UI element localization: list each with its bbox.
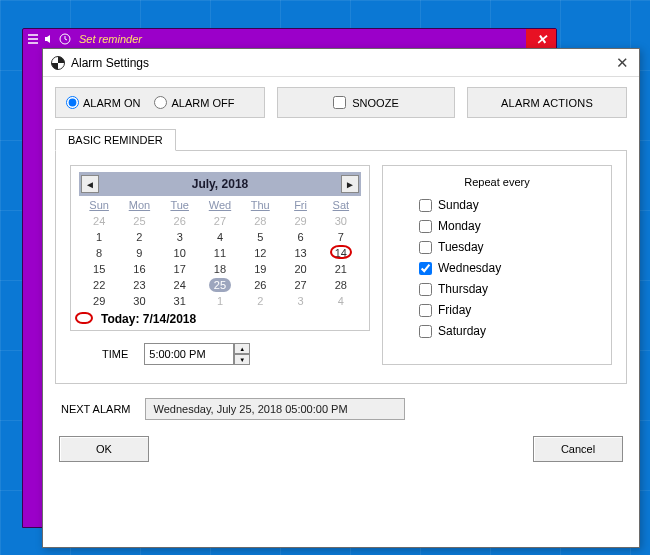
tab-panel: ◄ July, 2018 ► SunMonTueWedThuFriSat 242… — [55, 150, 627, 384]
calendar-day[interactable]: 11 — [200, 245, 240, 261]
calendar-day[interactable]: 24 — [160, 277, 200, 293]
repeat-day-monday[interactable]: Monday — [419, 219, 595, 233]
calendar-today-row[interactable]: Today: 7/14/2018 — [79, 309, 361, 326]
close-button[interactable]: ✕ — [526, 29, 556, 49]
calendar-day[interactable]: 30 — [321, 213, 361, 229]
calendar-dow: Tue — [160, 196, 200, 213]
ok-button[interactable]: OK — [59, 436, 149, 462]
calendar-day[interactable]: 14 — [321, 245, 361, 261]
calendar-day[interactable]: 3 — [160, 229, 200, 245]
titlebar-icons — [23, 33, 75, 45]
set-reminder-titlebar: Set reminder ✕ — [23, 29, 556, 49]
set-reminder-title: Set reminder — [75, 33, 526, 45]
calendar-day[interactable]: 27 — [200, 213, 240, 229]
clock-icon — [59, 33, 71, 45]
repeat-group: Repeat every SundayMondayTuesdayWednesda… — [382, 165, 612, 365]
calendar-day[interactable]: 25 — [119, 213, 159, 229]
alarm-actions-button[interactable]: ALARM ACTIONS — [467, 87, 627, 118]
calendar-day[interactable]: 25 — [200, 277, 240, 293]
calendar-day[interactable]: 26 — [160, 213, 200, 229]
calendar: ◄ July, 2018 ► SunMonTueWedThuFriSat 242… — [70, 165, 370, 331]
time-spin-down[interactable]: ▼ — [234, 354, 250, 365]
alarm-off-radio[interactable]: ALARM OFF — [154, 96, 234, 109]
calendar-day[interactable]: 1 — [200, 293, 240, 309]
calendar-day[interactable]: 12 — [240, 245, 280, 261]
cancel-button[interactable]: Cancel — [533, 436, 623, 462]
calendar-day[interactable]: 23 — [119, 277, 159, 293]
calendar-day[interactable]: 10 — [160, 245, 200, 261]
calendar-day[interactable]: 16 — [119, 261, 159, 277]
calendar-dow: Sat — [321, 196, 361, 213]
calendar-day[interactable]: 29 — [79, 293, 119, 309]
repeat-day-friday[interactable]: Friday — [419, 303, 595, 317]
calendar-day[interactable]: 8 — [79, 245, 119, 261]
calendar-dow: Fri — [280, 196, 320, 213]
calendar-day[interactable]: 18 — [200, 261, 240, 277]
calendar-dow: Mon — [119, 196, 159, 213]
time-spin-up[interactable]: ▲ — [234, 343, 250, 354]
calendar-day[interactable]: 27 — [280, 277, 320, 293]
app-icon — [51, 56, 65, 70]
calendar-month-label: July, 2018 — [99, 177, 341, 191]
repeat-day-wednesday[interactable]: Wednesday — [419, 261, 595, 275]
repeat-title: Repeat every — [399, 176, 595, 188]
calendar-next-button[interactable]: ► — [341, 175, 359, 193]
alarm-settings-dialog: Alarm Settings ✕ ALARM ON ALARM OFF SNOO… — [42, 48, 640, 548]
today-circle-icon — [75, 312, 93, 324]
calendar-day[interactable]: 13 — [280, 245, 320, 261]
snooze-group: SNOOZE — [277, 87, 455, 118]
calendar-day[interactable]: 15 — [79, 261, 119, 277]
calendar-dow: Thu — [240, 196, 280, 213]
calendar-day[interactable]: 2 — [119, 229, 159, 245]
calendar-day[interactable]: 20 — [280, 261, 320, 277]
today-marker-icon — [330, 245, 352, 259]
calendar-day[interactable]: 1 — [79, 229, 119, 245]
calendar-day[interactable]: 5 — [240, 229, 280, 245]
calendar-day[interactable]: 4 — [321, 293, 361, 309]
calendar-day[interactable]: 28 — [321, 277, 361, 293]
calendar-day[interactable]: 22 — [79, 277, 119, 293]
calendar-day[interactable]: 31 — [160, 293, 200, 309]
repeat-day-sunday[interactable]: Sunday — [419, 198, 595, 212]
calendar-prev-button[interactable]: ◄ — [81, 175, 99, 193]
calendar-day[interactable]: 21 — [321, 261, 361, 277]
tab-basic-reminder[interactable]: BASIC REMINDER — [55, 129, 176, 151]
calendar-day[interactable]: 17 — [160, 261, 200, 277]
repeat-day-thursday[interactable]: Thursday — [419, 282, 595, 296]
time-label: TIME — [102, 348, 128, 360]
dialog-close-button[interactable]: ✕ — [614, 54, 631, 72]
calendar-day[interactable]: 24 — [79, 213, 119, 229]
calendar-day[interactable]: 28 — [240, 213, 280, 229]
calendar-day[interactable]: 30 — [119, 293, 159, 309]
repeat-day-saturday[interactable]: Saturday — [419, 324, 595, 338]
calendar-day[interactable]: 29 — [280, 213, 320, 229]
time-input[interactable]: ▲ ▼ — [144, 343, 250, 365]
calendar-day[interactable]: 6 — [280, 229, 320, 245]
calendar-dow: Sun — [79, 196, 119, 213]
tab-strip: BASIC REMINDER — [55, 126, 627, 150]
calendar-day[interactable]: 4 — [200, 229, 240, 245]
alarm-on-radio[interactable]: ALARM ON — [66, 96, 140, 109]
sound-icon — [43, 33, 55, 45]
dialog-titlebar: Alarm Settings ✕ — [43, 49, 639, 77]
menu-icon — [27, 33, 39, 45]
alarm-state-group: ALARM ON ALARM OFF — [55, 87, 265, 118]
calendar-dow: Wed — [200, 196, 240, 213]
dialog-title: Alarm Settings — [71, 56, 614, 70]
snooze-checkbox[interactable]: SNOOZE — [333, 96, 398, 109]
calendar-day[interactable]: 3 — [280, 293, 320, 309]
next-alarm-label: NEXT ALARM — [55, 403, 131, 415]
repeat-day-tuesday[interactable]: Tuesday — [419, 240, 595, 254]
calendar-day[interactable]: 19 — [240, 261, 280, 277]
calendar-day[interactable]: 26 — [240, 277, 280, 293]
calendar-day[interactable]: 9 — [119, 245, 159, 261]
time-field[interactable] — [144, 343, 234, 365]
calendar-grid: SunMonTueWedThuFriSat 242526272829301234… — [79, 196, 361, 309]
calendar-day[interactable]: 7 — [321, 229, 361, 245]
next-alarm-field: Wednesday, July 25, 2018 05:00:00 PM — [145, 398, 405, 420]
calendar-day[interactable]: 2 — [240, 293, 280, 309]
